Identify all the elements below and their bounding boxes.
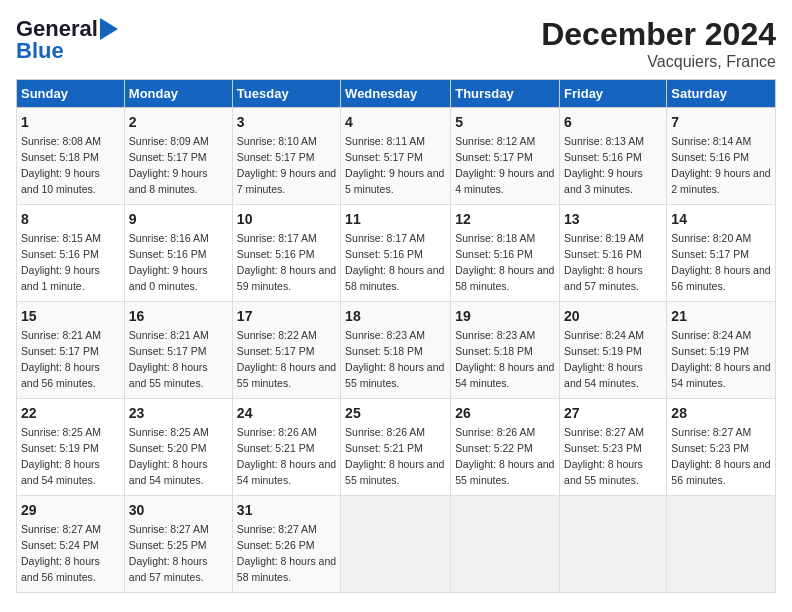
day-number: 13 [564,209,662,229]
day-number: 15 [21,306,120,326]
day-detail: Sunrise: 8:26 AMSunset: 5:21 PMDaylight:… [345,426,444,486]
calendar-cell: 12 Sunrise: 8:18 AMSunset: 5:16 PMDaylig… [451,205,560,302]
day-number: 9 [129,209,228,229]
day-number: 3 [237,112,336,132]
day-number: 12 [455,209,555,229]
day-detail: Sunrise: 8:24 AMSunset: 5:19 PMDaylight:… [671,329,770,389]
day-detail: Sunrise: 8:13 AMSunset: 5:16 PMDaylight:… [564,135,644,195]
dow-header: Friday [560,80,667,108]
calendar-cell: 10 Sunrise: 8:17 AMSunset: 5:16 PMDaylig… [232,205,340,302]
calendar-cell [560,496,667,593]
day-number: 24 [237,403,336,423]
day-number: 1 [21,112,120,132]
calendar-cell: 25 Sunrise: 8:26 AMSunset: 5:21 PMDaylig… [341,399,451,496]
calendar-cell: 11 Sunrise: 8:17 AMSunset: 5:16 PMDaylig… [341,205,451,302]
day-detail: Sunrise: 8:27 AMSunset: 5:23 PMDaylight:… [564,426,644,486]
calendar-week: 22 Sunrise: 8:25 AMSunset: 5:19 PMDaylig… [17,399,776,496]
day-detail: Sunrise: 8:27 AMSunset: 5:25 PMDaylight:… [129,523,209,583]
calendar-week: 29 Sunrise: 8:27 AMSunset: 5:24 PMDaylig… [17,496,776,593]
calendar-cell: 20 Sunrise: 8:24 AMSunset: 5:19 PMDaylig… [560,302,667,399]
day-detail: Sunrise: 8:22 AMSunset: 5:17 PMDaylight:… [237,329,336,389]
svg-marker-0 [100,18,118,40]
day-detail: Sunrise: 8:21 AMSunset: 5:17 PMDaylight:… [129,329,209,389]
day-detail: Sunrise: 8:10 AMSunset: 5:17 PMDaylight:… [237,135,336,195]
calendar-title: December 2024 [541,16,776,53]
calendar-cell: 31 Sunrise: 8:27 AMSunset: 5:26 PMDaylig… [232,496,340,593]
day-detail: Sunrise: 8:18 AMSunset: 5:16 PMDaylight:… [455,232,554,292]
day-detail: Sunrise: 8:17 AMSunset: 5:16 PMDaylight:… [345,232,444,292]
day-number: 16 [129,306,228,326]
calendar-week: 15 Sunrise: 8:21 AMSunset: 5:17 PMDaylig… [17,302,776,399]
dow-header: Thursday [451,80,560,108]
day-number: 30 [129,500,228,520]
calendar-cell: 1 Sunrise: 8:08 AMSunset: 5:18 PMDayligh… [17,108,125,205]
day-detail: Sunrise: 8:19 AMSunset: 5:16 PMDaylight:… [564,232,644,292]
calendar-cell [667,496,776,593]
calendar-cell: 13 Sunrise: 8:19 AMSunset: 5:16 PMDaylig… [560,205,667,302]
day-number: 11 [345,209,446,229]
calendar-cell [451,496,560,593]
calendar-cell: 7 Sunrise: 8:14 AMSunset: 5:16 PMDayligh… [667,108,776,205]
day-detail: Sunrise: 8:24 AMSunset: 5:19 PMDaylight:… [564,329,644,389]
day-detail: Sunrise: 8:16 AMSunset: 5:16 PMDaylight:… [129,232,209,292]
day-detail: Sunrise: 8:14 AMSunset: 5:16 PMDaylight:… [671,135,770,195]
dow-header: Tuesday [232,80,340,108]
calendar-cell [341,496,451,593]
day-number: 26 [455,403,555,423]
calendar-cell: 21 Sunrise: 8:24 AMSunset: 5:19 PMDaylig… [667,302,776,399]
day-number: 4 [345,112,446,132]
day-number: 28 [671,403,771,423]
calendar-cell: 8 Sunrise: 8:15 AMSunset: 5:16 PMDayligh… [17,205,125,302]
dow-header: Sunday [17,80,125,108]
calendar-cell: 23 Sunrise: 8:25 AMSunset: 5:20 PMDaylig… [124,399,232,496]
day-number: 18 [345,306,446,326]
day-detail: Sunrise: 8:09 AMSunset: 5:17 PMDaylight:… [129,135,209,195]
day-detail: Sunrise: 8:21 AMSunset: 5:17 PMDaylight:… [21,329,101,389]
calendar-cell: 15 Sunrise: 8:21 AMSunset: 5:17 PMDaylig… [17,302,125,399]
day-number: 21 [671,306,771,326]
day-number: 5 [455,112,555,132]
calendar-cell: 29 Sunrise: 8:27 AMSunset: 5:24 PMDaylig… [17,496,125,593]
day-detail: Sunrise: 8:27 AMSunset: 5:24 PMDaylight:… [21,523,101,583]
calendar-subtitle: Vacquiers, France [541,53,776,71]
day-number: 29 [21,500,120,520]
calendar-cell: 4 Sunrise: 8:11 AMSunset: 5:17 PMDayligh… [341,108,451,205]
calendar-cell: 30 Sunrise: 8:27 AMSunset: 5:25 PMDaylig… [124,496,232,593]
day-number: 2 [129,112,228,132]
dow-header: Saturday [667,80,776,108]
calendar-cell: 28 Sunrise: 8:27 AMSunset: 5:23 PMDaylig… [667,399,776,496]
day-detail: Sunrise: 8:27 AMSunset: 5:26 PMDaylight:… [237,523,336,583]
day-number: 23 [129,403,228,423]
day-detail: Sunrise: 8:27 AMSunset: 5:23 PMDaylight:… [671,426,770,486]
day-number: 17 [237,306,336,326]
calendar-week: 1 Sunrise: 8:08 AMSunset: 5:18 PMDayligh… [17,108,776,205]
calendar-cell: 6 Sunrise: 8:13 AMSunset: 5:16 PMDayligh… [560,108,667,205]
calendar-cell: 14 Sunrise: 8:20 AMSunset: 5:17 PMDaylig… [667,205,776,302]
calendar-cell: 26 Sunrise: 8:26 AMSunset: 5:22 PMDaylig… [451,399,560,496]
day-number: 22 [21,403,120,423]
calendar-cell: 9 Sunrise: 8:16 AMSunset: 5:16 PMDayligh… [124,205,232,302]
title-block: December 2024 Vacquiers, France [541,16,776,71]
day-detail: Sunrise: 8:26 AMSunset: 5:21 PMDaylight:… [237,426,336,486]
calendar-table: SundayMondayTuesdayWednesdayThursdayFrid… [16,79,776,593]
calendar-cell: 17 Sunrise: 8:22 AMSunset: 5:17 PMDaylig… [232,302,340,399]
day-detail: Sunrise: 8:08 AMSunset: 5:18 PMDaylight:… [21,135,101,195]
calendar-cell: 3 Sunrise: 8:10 AMSunset: 5:17 PMDayligh… [232,108,340,205]
dow-header: Wednesday [341,80,451,108]
day-detail: Sunrise: 8:15 AMSunset: 5:16 PMDaylight:… [21,232,101,292]
day-number: 19 [455,306,555,326]
calendar-cell: 27 Sunrise: 8:27 AMSunset: 5:23 PMDaylig… [560,399,667,496]
calendar-cell: 2 Sunrise: 8:09 AMSunset: 5:17 PMDayligh… [124,108,232,205]
day-number: 27 [564,403,662,423]
day-number: 31 [237,500,336,520]
day-number: 6 [564,112,662,132]
day-detail: Sunrise: 8:11 AMSunset: 5:17 PMDaylight:… [345,135,444,195]
day-detail: Sunrise: 8:23 AMSunset: 5:18 PMDaylight:… [345,329,444,389]
calendar-cell: 16 Sunrise: 8:21 AMSunset: 5:17 PMDaylig… [124,302,232,399]
day-detail: Sunrise: 8:23 AMSunset: 5:18 PMDaylight:… [455,329,554,389]
calendar-cell: 19 Sunrise: 8:23 AMSunset: 5:18 PMDaylig… [451,302,560,399]
day-number: 20 [564,306,662,326]
day-number: 25 [345,403,446,423]
calendar-cell: 5 Sunrise: 8:12 AMSunset: 5:17 PMDayligh… [451,108,560,205]
page-header: General Blue December 2024 Vacquiers, Fr… [16,16,776,71]
